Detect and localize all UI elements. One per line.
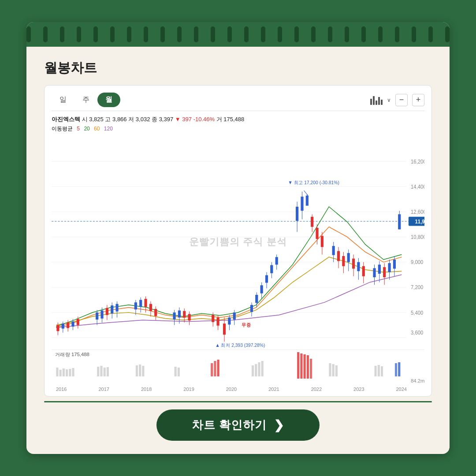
- svg-rect-50: [173, 312, 175, 320]
- svg-rect-93: [321, 236, 324, 247]
- svg-rect-117: [393, 260, 396, 269]
- svg-rect-107: [362, 266, 365, 276]
- svg-rect-52: [178, 310, 181, 317]
- spiral-ring: [160, 26, 165, 42]
- svg-text:7,200: 7,200: [411, 284, 424, 291]
- svg-rect-103: [352, 259, 355, 269]
- svg-rect-62: [223, 324, 226, 335]
- svg-rect-139: [217, 360, 219, 376]
- cta-button[interactable]: 차트 확인하기 ❯: [156, 409, 320, 441]
- candlestick-chart-svg: 16,200 14,400 12,600 10,800 9,000 7,200 …: [52, 136, 424, 348]
- svg-rect-105: [357, 262, 360, 271]
- stock-open-value: 3,825: [89, 116, 104, 123]
- ma-indicator-bar: 이동평균 5 20 60 120: [52, 125, 424, 133]
- year-2020: 2020: [226, 387, 237, 392]
- main-chart-area: 16,200 14,400 12,600 10,800 9,000 7,200 …: [52, 136, 424, 348]
- chart-type-dropdown[interactable]: ∨: [387, 97, 391, 103]
- svg-rect-153: [378, 365, 380, 376]
- svg-rect-28: [77, 319, 79, 325]
- spiral-binding: [26, 22, 450, 47]
- svg-rect-22: [62, 324, 64, 328]
- stock-low-value: 3,032: [136, 116, 150, 123]
- svg-rect-48: [154, 309, 157, 316]
- year-2018: 2018: [141, 387, 152, 392]
- svg-rect-30: [96, 312, 98, 320]
- cta-section: 차트 확인하기 ❯: [44, 402, 432, 441]
- svg-rect-122: [56, 368, 58, 376]
- tab-day[interactable]: 일: [52, 93, 74, 107]
- stock-change-value: 397: [182, 116, 192, 123]
- svg-rect-64: [228, 317, 231, 324]
- ma-20: 20: [84, 126, 89, 132]
- svg-rect-46: [149, 304, 152, 311]
- svg-rect-136: [178, 368, 180, 376]
- svg-rect-66: [233, 312, 236, 320]
- svg-text:▲ 최저 2,393 (397.28%): ▲ 최저 2,393 (397.28%): [215, 342, 265, 348]
- svg-rect-131: [107, 367, 109, 376]
- svg-rect-113: [383, 267, 386, 277]
- svg-rect-99: [342, 256, 345, 266]
- svg-rect-133: [139, 364, 141, 376]
- svg-rect-91: [316, 228, 318, 239]
- svg-rect-134: [142, 366, 144, 376]
- spiral-ring: [445, 26, 450, 42]
- svg-rect-24: [67, 323, 69, 328]
- svg-rect-156: [398, 362, 400, 376]
- svg-text:14,400: 14,400: [411, 183, 424, 190]
- zoom-out-button[interactable]: −: [395, 94, 408, 106]
- year-2023: 2023: [353, 387, 364, 392]
- svg-rect-97: [337, 251, 340, 261]
- svg-line-85: [304, 190, 308, 195]
- stock-close-label: 종: [152, 116, 157, 123]
- svg-rect-144: [297, 352, 299, 379]
- svg-rect-26: [71, 322, 74, 327]
- svg-rect-141: [255, 364, 257, 376]
- svg-text:12,600: 12,600: [411, 208, 424, 215]
- stock-change-pct: -10.46%: [193, 116, 215, 123]
- svg-rect-151: [335, 365, 338, 376]
- svg-rect-89: [311, 217, 313, 227]
- svg-rect-146: [304, 354, 306, 379]
- svg-rect-73: [260, 285, 263, 293]
- svg-text:11,900: 11,900: [415, 218, 424, 225]
- spiral-ring: [93, 26, 98, 42]
- spiral-ring: [428, 26, 433, 42]
- svg-text:16,200: 16,200: [411, 158, 424, 165]
- spiral-ring: [194, 26, 198, 42]
- svg-rect-150: [332, 364, 335, 376]
- x-axis-labels: 2016 2017 2018 2019 2020 2021 2022 2023 …: [52, 385, 424, 392]
- svg-rect-137: [211, 363, 213, 376]
- stock-open-label: 시: [82, 116, 88, 123]
- svg-rect-83: [301, 197, 303, 211]
- svg-rect-132: [136, 365, 138, 376]
- svg-text:3,600: 3,600: [411, 330, 424, 336]
- zoom-in-button[interactable]: +: [412, 94, 424, 106]
- svg-rect-101: [347, 253, 350, 262]
- svg-rect-81: [296, 207, 298, 221]
- svg-rect-58: [212, 315, 214, 322]
- stock-volume-label: 거: [216, 116, 222, 123]
- svg-rect-142: [258, 362, 260, 376]
- svg-rect-123: [60, 370, 62, 376]
- spiral-ring: [395, 26, 399, 42]
- chart-container: 일 주 월 ∨ − +: [44, 85, 432, 397]
- svg-rect-44: [144, 299, 147, 307]
- svg-rect-42: [139, 300, 142, 307]
- svg-rect-34: [106, 308, 108, 315]
- ma-60: 60: [94, 126, 100, 132]
- svg-rect-126: [69, 369, 71, 376]
- year-2019: 2019: [183, 387, 194, 392]
- chart-type-icon[interactable]: [370, 95, 383, 105]
- svg-text:무증: 무증: [242, 322, 251, 328]
- svg-text:10,800: 10,800: [411, 234, 424, 241]
- svg-rect-20: [56, 325, 59, 331]
- ma-label: 이동평균: [52, 126, 73, 132]
- tab-week[interactable]: 주: [74, 93, 97, 107]
- year-2021: 2021: [268, 387, 279, 392]
- svg-rect-71: [255, 295, 258, 303]
- ma-5: 5: [77, 126, 80, 132]
- tab-month[interactable]: 월: [97, 93, 120, 107]
- svg-rect-38: [115, 304, 118, 312]
- svg-text:5,400: 5,400: [411, 309, 424, 316]
- spiral-ring: [177, 26, 182, 42]
